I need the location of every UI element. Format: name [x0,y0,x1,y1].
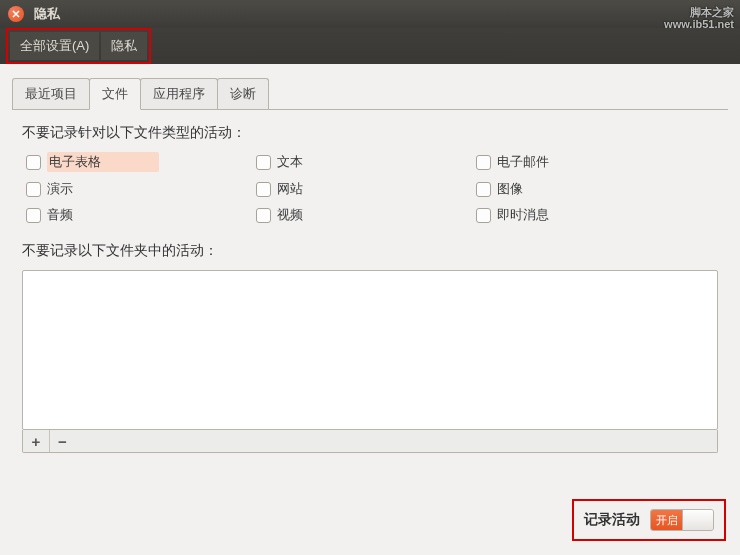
checkbox-label: 图像 [497,180,523,198]
tabs: 最近项目 文件 应用程序 诊断 [0,64,740,109]
footer: 记录活动 开启 [0,489,740,555]
checkbox-icon[interactable] [256,182,271,197]
switch-on-label: 开启 [651,510,682,530]
tab-diag[interactable]: 诊断 [217,78,269,109]
checkbox-icon[interactable] [476,208,491,223]
remove-button[interactable]: − [49,430,75,452]
tab-body-files: 不要记录针对以下文件类型的活动： 电子表格 文本 电子邮件 演示 [0,110,740,489]
breadcrumb-all-settings[interactable]: 全部设置(A) [10,32,99,60]
content-area: 最近项目 文件 应用程序 诊断 不要记录针对以下文件类型的活动： 电子表格 文本… [0,64,740,555]
checkbox-presentation[interactable]: 演示 [26,180,256,198]
checkbox-audio[interactable]: 音频 [26,206,256,224]
breadcrumb-current[interactable]: 隐私 [101,32,147,60]
folders-heading: 不要记录以下文件夹中的活动： [22,242,718,260]
checkbox-im[interactable]: 即时消息 [476,206,696,224]
checkbox-label: 演示 [47,180,73,198]
folders-listbox[interactable] [22,270,718,430]
checkbox-icon[interactable] [476,182,491,197]
window-title: 隐私 [34,5,60,23]
checkbox-image[interactable]: 图像 [476,180,696,198]
record-activity-label: 记录活动 [584,511,640,529]
checkbox-label: 网站 [277,180,303,198]
checkbox-icon[interactable] [256,208,271,223]
checkbox-website[interactable]: 网站 [256,180,476,198]
checkbox-label: 音频 [47,206,73,224]
switch-knob [682,510,713,530]
close-icon [12,10,20,18]
checkbox-label: 即时消息 [497,206,549,224]
close-button[interactable] [8,6,24,22]
record-activity-box: 记录活动 开启 [572,499,726,541]
checkbox-icon[interactable] [26,155,41,170]
plusminus-group: + − [22,430,718,453]
add-button[interactable]: + [23,430,49,452]
breadcrumb: 全部设置(A) 隐私 [6,28,151,64]
checkbox-video[interactable]: 视频 [256,206,476,224]
checkbox-spreadsheet[interactable]: 电子表格 [26,152,256,172]
privacy-window: 隐私 脚本之家 www.jb51.net 全部设置(A) 隐私 最近项目 文件 … [0,0,740,555]
titlebar: 隐私 脚本之家 www.jb51.net [0,0,740,28]
tab-apps[interactable]: 应用程序 [140,78,218,109]
checkbox-icon[interactable] [476,155,491,170]
checkbox-email[interactable]: 电子邮件 [476,152,696,172]
checkbox-text[interactable]: 文本 [256,152,476,172]
watermark: 脚本之家 www.jb51.net [664,6,734,30]
checkbox-icon[interactable] [256,155,271,170]
toolbar: 全部设置(A) 隐私 [0,28,740,64]
checkbox-label: 电子表格 [47,152,159,172]
checkbox-label: 电子邮件 [497,153,549,171]
checkbox-icon[interactable] [26,208,41,223]
filetypes-grid: 电子表格 文本 电子邮件 演示 网站 [22,152,718,224]
tab-recent[interactable]: 最近项目 [12,78,90,109]
tab-files[interactable]: 文件 [89,78,141,110]
checkbox-icon[interactable] [26,182,41,197]
checkbox-label: 视频 [277,206,303,224]
record-activity-switch[interactable]: 开启 [650,509,714,531]
filetypes-heading: 不要记录针对以下文件类型的活动： [22,124,718,142]
checkbox-label: 文本 [277,153,303,171]
